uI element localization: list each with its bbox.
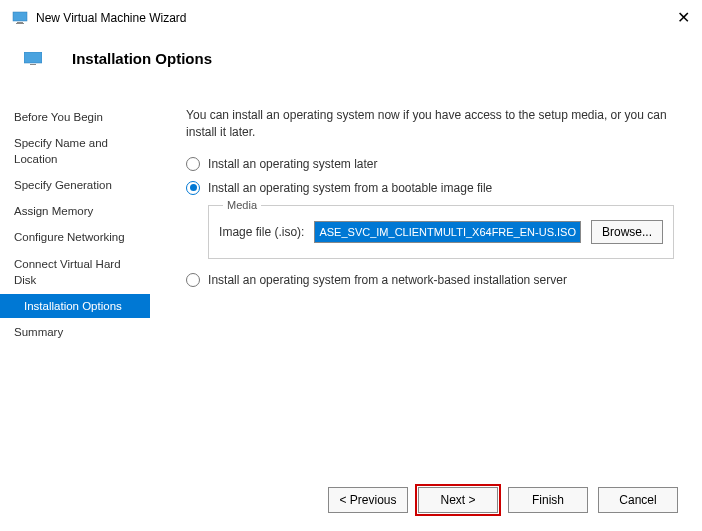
svg-rect-4: [30, 64, 36, 65]
sidebar-item-label: Configure Networking: [14, 231, 125, 243]
sidebar-item-installation-options[interactable]: Installation Options: [0, 294, 150, 318]
next-button[interactable]: Next >: [418, 487, 498, 513]
option-install-later[interactable]: Install an operating system later: [186, 157, 674, 171]
option-label: Install an operating system later: [208, 157, 377, 171]
window-title: New Virtual Machine Wizard: [36, 11, 187, 25]
page-header: Installation Options: [0, 36, 702, 85]
sidebar-item-label: Summary: [14, 326, 63, 338]
sidebar-item-assign-memory[interactable]: Assign Memory: [0, 199, 150, 223]
svg-rect-2: [16, 23, 24, 24]
intro-text: You can install an operating system now …: [186, 107, 674, 141]
media-fieldset: Media Image file (.iso): ASE_SVC_IM_CLIE…: [208, 205, 674, 259]
image-file-input[interactable]: ASE_SVC_IM_CLIENTMULTI_X64FRE_EN-US.ISO: [314, 221, 581, 243]
image-file-value: ASE_SVC_IM_CLIENTMULTI_X64FRE_EN-US.ISO: [319, 226, 576, 238]
image-file-label: Image file (.iso):: [219, 225, 304, 239]
page-title: Installation Options: [72, 50, 212, 67]
browse-button[interactable]: Browse...: [591, 220, 663, 244]
titlebar: New Virtual Machine Wizard ✕: [0, 0, 702, 36]
wizard-content: You can install an operating system now …: [150, 85, 702, 475]
sidebar-item-label: Connect Virtual Hard Disk: [14, 258, 121, 286]
sidebar-item-before-you-begin[interactable]: Before You Begin: [0, 105, 150, 129]
radio-icon[interactable]: [186, 273, 200, 287]
finish-button[interactable]: Finish: [508, 487, 588, 513]
radio-icon[interactable]: [186, 181, 200, 195]
svg-rect-0: [13, 12, 27, 21]
sidebar-item-specify-generation[interactable]: Specify Generation: [0, 173, 150, 197]
option-install-from-image[interactable]: Install an operating system from a boota…: [186, 181, 674, 195]
sidebar-item-label: Specify Name and Location: [14, 137, 108, 165]
wizard-sidebar: Before You Begin Specify Name and Locati…: [0, 85, 150, 475]
previous-button[interactable]: < Previous: [328, 487, 408, 513]
wizard-footer: < Previous Next > Finish Cancel: [0, 475, 702, 525]
radio-icon[interactable]: [186, 157, 200, 171]
cancel-button[interactable]: Cancel: [598, 487, 678, 513]
fieldset-legend: Media: [223, 199, 261, 211]
svg-rect-1: [17, 22, 23, 23]
sidebar-item-label: Installation Options: [24, 300, 122, 312]
sidebar-item-label: Assign Memory: [14, 205, 93, 217]
svg-rect-3: [24, 52, 42, 63]
option-install-from-network[interactable]: Install an operating system from a netwo…: [186, 273, 674, 287]
sidebar-item-summary[interactable]: Summary: [0, 320, 150, 344]
option-label: Install an operating system from a boota…: [208, 181, 492, 195]
app-icon: [12, 10, 28, 26]
option-label: Install an operating system from a netwo…: [208, 273, 567, 287]
sidebar-item-connect-disk[interactable]: Connect Virtual Hard Disk: [0, 252, 150, 292]
sidebar-item-specify-name[interactable]: Specify Name and Location: [0, 131, 150, 171]
sidebar-item-configure-networking[interactable]: Configure Networking: [0, 225, 150, 249]
sidebar-item-label: Before You Begin: [14, 111, 103, 123]
close-button[interactable]: ✕: [677, 8, 690, 27]
header-icon: [24, 52, 42, 66]
sidebar-item-label: Specify Generation: [14, 179, 112, 191]
